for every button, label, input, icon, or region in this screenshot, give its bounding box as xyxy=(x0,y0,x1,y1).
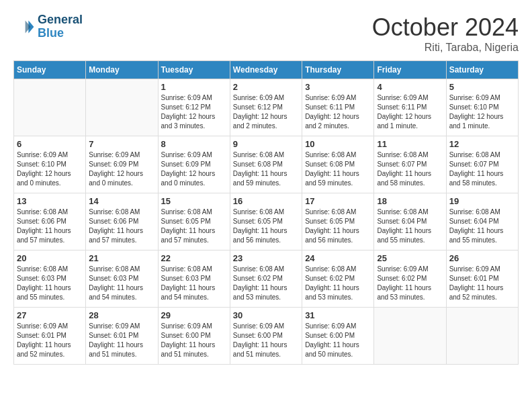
day-info: Sunrise: 6:09 AM Sunset: 6:12 PM Dayligh… xyxy=(233,93,299,131)
day-number: 10 xyxy=(305,139,371,149)
day-info: Sunrise: 6:09 AM Sunset: 6:09 PM Dayligh… xyxy=(161,150,227,188)
calendar-cell: 24Sunrise: 6:08 AM Sunset: 6:02 PM Dayli… xyxy=(302,250,374,308)
calendar-cell: 3Sunrise: 6:09 AM Sunset: 6:11 PM Daylig… xyxy=(302,79,374,136)
day-info: Sunrise: 6:08 AM Sunset: 6:03 PM Dayligh… xyxy=(17,265,83,302)
calendar-cell: 8Sunrise: 6:09 AM Sunset: 6:09 PM Daylig… xyxy=(158,136,230,193)
day-info: Sunrise: 6:09 AM Sunset: 6:09 PM Dayligh… xyxy=(89,150,154,188)
calendar-cell: 2Sunrise: 6:09 AM Sunset: 6:12 PM Daylig… xyxy=(230,79,302,136)
calendar-cell xyxy=(446,308,518,365)
weekday-header-tuesday: Tuesday xyxy=(158,61,230,79)
day-info: Sunrise: 6:09 AM Sunset: 6:01 PM Dayligh… xyxy=(17,322,83,359)
day-number: 4 xyxy=(377,82,443,92)
calendar-cell: 30Sunrise: 6:09 AM Sunset: 6:00 PM Dayli… xyxy=(230,308,302,365)
day-info: Sunrise: 6:08 AM Sunset: 6:08 PM Dayligh… xyxy=(233,150,299,188)
location: Riti, Taraba, Nigeria xyxy=(372,42,519,54)
weekday-header-friday: Friday xyxy=(374,61,446,79)
calendar-cell: 16Sunrise: 6:08 AM Sunset: 6:05 PM Dayli… xyxy=(230,193,302,250)
day-number: 17 xyxy=(305,196,371,206)
day-info: Sunrise: 6:08 AM Sunset: 6:02 PM Dayligh… xyxy=(233,265,299,302)
calendar-cell: 22Sunrise: 6:08 AM Sunset: 6:03 PM Dayli… xyxy=(158,250,230,308)
calendar-cell: 20Sunrise: 6:08 AM Sunset: 6:03 PM Dayli… xyxy=(14,250,86,308)
weekday-header-row: SundayMondayTuesdayWednesdayThursdayFrid… xyxy=(14,61,519,79)
day-number: 22 xyxy=(161,253,227,263)
day-info: Sunrise: 6:09 AM Sunset: 6:01 PM Dayligh… xyxy=(89,322,154,359)
title-area: October 2024 Riti, Taraba, Nigeria xyxy=(372,13,519,54)
day-info: Sunrise: 6:09 AM Sunset: 6:10 PM Dayligh… xyxy=(17,150,83,188)
logo: General Blue xyxy=(13,13,83,40)
weekday-header-wednesday: Wednesday xyxy=(230,61,302,79)
calendar-body: 1Sunrise: 6:09 AM Sunset: 6:12 PM Daylig… xyxy=(14,79,519,365)
calendar-cell: 17Sunrise: 6:08 AM Sunset: 6:05 PM Dayli… xyxy=(302,193,374,250)
weekday-header-saturday: Saturday xyxy=(446,61,518,79)
week-row-1: 1Sunrise: 6:09 AM Sunset: 6:12 PM Daylig… xyxy=(14,79,519,136)
day-info: Sunrise: 6:08 AM Sunset: 6:06 PM Dayligh… xyxy=(17,208,83,245)
calendar-cell: 26Sunrise: 6:09 AM Sunset: 6:01 PM Dayli… xyxy=(446,250,518,308)
day-info: Sunrise: 6:09 AM Sunset: 6:00 PM Dayligh… xyxy=(305,322,371,359)
day-number: 5 xyxy=(449,82,515,92)
calendar-cell: 29Sunrise: 6:09 AM Sunset: 6:00 PM Dayli… xyxy=(158,308,230,365)
day-number: 16 xyxy=(233,196,299,206)
day-info: Sunrise: 6:09 AM Sunset: 6:00 PM Dayligh… xyxy=(233,322,299,359)
calendar-cell: 12Sunrise: 6:08 AM Sunset: 6:07 PM Dayli… xyxy=(446,136,518,193)
calendar-cell xyxy=(14,79,86,136)
calendar-cell: 27Sunrise: 6:09 AM Sunset: 6:01 PM Dayli… xyxy=(14,308,86,365)
day-info: Sunrise: 6:08 AM Sunset: 6:03 PM Dayligh… xyxy=(161,265,227,302)
week-row-5: 27Sunrise: 6:09 AM Sunset: 6:01 PM Dayli… xyxy=(14,308,519,365)
calendar-cell: 11Sunrise: 6:08 AM Sunset: 6:07 PM Dayli… xyxy=(374,136,446,193)
day-number: 28 xyxy=(89,310,154,320)
day-info: Sunrise: 6:08 AM Sunset: 6:08 PM Dayligh… xyxy=(305,150,371,188)
calendar-cell: 18Sunrise: 6:08 AM Sunset: 6:04 PM Dayli… xyxy=(374,193,446,250)
day-number: 20 xyxy=(17,253,83,263)
day-info: Sunrise: 6:08 AM Sunset: 6:02 PM Dayligh… xyxy=(305,265,371,302)
day-number: 25 xyxy=(377,253,443,263)
day-info: Sunrise: 6:09 AM Sunset: 6:01 PM Dayligh… xyxy=(449,265,515,302)
calendar: SundayMondayTuesdayWednesdayThursdayFrid… xyxy=(13,60,519,365)
calendar-cell: 10Sunrise: 6:08 AM Sunset: 6:08 PM Dayli… xyxy=(302,136,374,193)
weekday-header-monday: Monday xyxy=(86,61,158,79)
day-number: 8 xyxy=(161,139,227,149)
calendar-cell: 14Sunrise: 6:08 AM Sunset: 6:06 PM Dayli… xyxy=(86,193,158,250)
calendar-cell: 23Sunrise: 6:08 AM Sunset: 6:02 PM Dayli… xyxy=(230,250,302,308)
calendar-cell: 7Sunrise: 6:09 AM Sunset: 6:09 PM Daylig… xyxy=(86,136,158,193)
calendar-cell xyxy=(86,79,158,136)
day-number: 21 xyxy=(89,253,154,263)
calendar-cell: 31Sunrise: 6:09 AM Sunset: 6:00 PM Dayli… xyxy=(302,308,374,365)
day-number: 31 xyxy=(305,310,371,320)
day-number: 6 xyxy=(17,139,83,149)
week-row-3: 13Sunrise: 6:08 AM Sunset: 6:06 PM Dayli… xyxy=(14,193,519,250)
day-info: Sunrise: 6:08 AM Sunset: 6:04 PM Dayligh… xyxy=(449,208,515,245)
day-info: Sunrise: 6:08 AM Sunset: 6:05 PM Dayligh… xyxy=(161,208,227,245)
day-info: Sunrise: 6:08 AM Sunset: 6:07 PM Dayligh… xyxy=(449,150,515,188)
day-info: Sunrise: 6:09 AM Sunset: 6:12 PM Dayligh… xyxy=(161,93,227,131)
week-row-2: 6Sunrise: 6:09 AM Sunset: 6:10 PM Daylig… xyxy=(14,136,519,193)
day-info: Sunrise: 6:09 AM Sunset: 6:11 PM Dayligh… xyxy=(305,93,371,131)
day-number: 18 xyxy=(377,196,443,206)
day-number: 15 xyxy=(161,196,227,206)
day-number: 11 xyxy=(377,139,443,149)
day-number: 14 xyxy=(89,196,154,206)
day-number: 30 xyxy=(233,310,299,320)
calendar-cell xyxy=(374,308,446,365)
day-info: Sunrise: 6:09 AM Sunset: 6:00 PM Dayligh… xyxy=(161,322,227,359)
day-number: 19 xyxy=(449,196,515,206)
calendar-cell: 15Sunrise: 6:08 AM Sunset: 6:05 PM Dayli… xyxy=(158,193,230,250)
day-number: 13 xyxy=(17,196,83,206)
day-number: 26 xyxy=(449,253,515,263)
day-number: 9 xyxy=(233,139,299,149)
day-number: 7 xyxy=(89,139,154,149)
page-header: General Blue October 2024 Riti, Taraba, … xyxy=(13,13,519,54)
calendar-cell: 1Sunrise: 6:09 AM Sunset: 6:12 PM Daylig… xyxy=(158,79,230,136)
logo-blue: Blue xyxy=(38,27,83,40)
day-number: 23 xyxy=(233,253,299,263)
calendar-header: SundayMondayTuesdayWednesdayThursdayFrid… xyxy=(14,61,519,79)
calendar-cell: 4Sunrise: 6:09 AM Sunset: 6:11 PM Daylig… xyxy=(374,79,446,136)
day-info: Sunrise: 6:08 AM Sunset: 6:04 PM Dayligh… xyxy=(377,208,443,245)
day-info: Sunrise: 6:09 AM Sunset: 6:10 PM Dayligh… xyxy=(449,93,515,131)
logo-icon xyxy=(13,16,35,38)
day-info: Sunrise: 6:08 AM Sunset: 6:05 PM Dayligh… xyxy=(233,208,299,245)
calendar-cell: 6Sunrise: 6:09 AM Sunset: 6:10 PM Daylig… xyxy=(14,136,86,193)
day-info: Sunrise: 6:08 AM Sunset: 6:03 PM Dayligh… xyxy=(89,265,154,302)
day-info: Sunrise: 6:08 AM Sunset: 6:07 PM Dayligh… xyxy=(377,150,443,188)
weekday-header-sunday: Sunday xyxy=(14,61,86,79)
day-info: Sunrise: 6:08 AM Sunset: 6:05 PM Dayligh… xyxy=(305,208,371,245)
